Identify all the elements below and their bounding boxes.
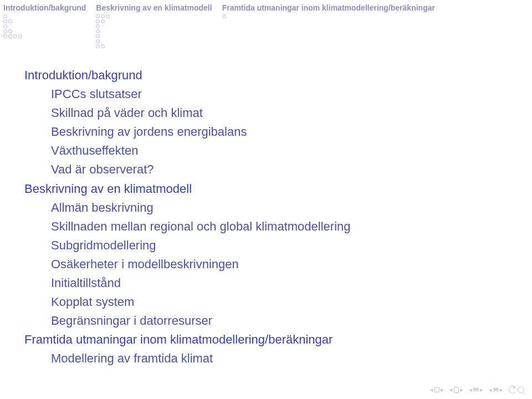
nav-slide-group[interactable]: ◂ ▸	[430, 386, 444, 393]
outline-subsection-link[interactable]: Allmän beskrivning	[24, 198, 515, 217]
progress-dot-row	[96, 14, 212, 18]
beamer-nav-footer: ◂ ▸ ◂ ▸ ◂ ▸ ◂ ▸	[430, 386, 524, 393]
progress-dot[interactable]	[222, 14, 226, 18]
next-slide-icon[interactable]: ▸	[441, 386, 444, 393]
outline-section-link[interactable]: Beskrivning av en klimatmodell	[24, 180, 515, 198]
progress-dot-row	[3, 14, 86, 18]
progress-dot[interactable]	[13, 34, 17, 38]
outline-subsection-link[interactable]: Osäkerheter i modellbeskrivningen	[24, 255, 515, 274]
outline-subsection-link[interactable]: Vad är observerat?	[24, 160, 515, 179]
progress-dot-row	[222, 14, 435, 18]
progress-dot-row	[96, 34, 212, 38]
outline-section-link[interactable]: Framtida utmaningar inom klimatmodelleri…	[24, 330, 515, 349]
progress-dot[interactable]	[96, 44, 100, 48]
progress-dot[interactable]	[101, 14, 105, 18]
progress-dot[interactable]	[3, 29, 7, 33]
prev-frame-icon[interactable]: ◂	[449, 386, 453, 393]
header-section[interactable]: Framtida utmaningar inom klimatmodelleri…	[222, 3, 435, 49]
header-section-title[interactable]: Introduktion/bakgrund	[3, 3, 86, 12]
outline-section-link[interactable]: Introduktion/bakgrund	[24, 66, 515, 85]
progress-dot[interactable]	[96, 19, 100, 23]
progress-dot[interactable]	[96, 34, 100, 38]
next-frame-icon[interactable]: ▸	[460, 386, 463, 393]
header-section[interactable]: Beskrivning av en klimatmodell	[96, 3, 212, 49]
progress-dot[interactable]	[96, 29, 100, 33]
outline-subsection-link[interactable]: Kopplat system	[24, 293, 515, 311]
progress-dot-row	[3, 29, 86, 33]
progress-dot[interactable]	[106, 14, 110, 18]
beamer-header: Introduktion/bakgrundBeskrivning av en k…	[0, 0, 532, 49]
nav-frame-group[interactable]: ◂ ▸	[449, 386, 463, 393]
next-section-icon[interactable]: ▸	[480, 386, 483, 393]
nav-subsection-group[interactable]: ◂ ▸	[489, 386, 503, 393]
progress-dot[interactable]	[96, 39, 100, 43]
progress-dot[interactable]	[3, 24, 7, 28]
progress-dot[interactable]	[8, 19, 12, 23]
outline-subsection-link[interactable]: Modellering av framtida klimat	[24, 349, 515, 368]
search-icon[interactable]	[518, 386, 524, 393]
outline-subsection-link[interactable]: Växthuseffekten	[24, 141, 515, 160]
outline-subsection-link[interactable]: Begränsningar i datorresurser	[24, 311, 515, 330]
section-icon	[473, 388, 479, 392]
progress-dot-row	[96, 39, 212, 43]
progress-dot[interactable]	[3, 34, 7, 38]
header-section-title[interactable]: Framtida utmaningar inom klimatmodelleri…	[222, 3, 435, 12]
progress-dot-row	[3, 24, 86, 28]
next-subsection-icon[interactable]: ▸	[500, 386, 503, 393]
outline-subsection-link[interactable]: Skillnad på väder och klimat	[24, 104, 515, 122]
progress-dot-row	[3, 34, 86, 38]
outline-subsection-link[interactable]: Skillnaden mellan regional och global kl…	[24, 217, 515, 236]
nav-section-group[interactable]: ◂ ▸	[469, 386, 483, 393]
progress-dot-row	[96, 29, 212, 33]
progress-dot[interactable]	[101, 44, 105, 48]
progress-dot[interactable]	[96, 24, 100, 28]
prev-section-icon[interactable]: ◂	[469, 386, 472, 393]
progress-dot[interactable]	[101, 19, 105, 23]
slide-icon	[434, 387, 439, 392]
outline-subsection-link[interactable]: Subgridmodellering	[24, 236, 515, 255]
progress-dot[interactable]	[96, 14, 100, 18]
nav-back-forward[interactable]	[509, 386, 524, 393]
header-section-title[interactable]: Beskrivning av en klimatmodell	[96, 3, 212, 12]
outline-subsection-link[interactable]: IPCCs slutsatser	[24, 85, 515, 104]
outline-subsection-link[interactable]: Beskrivning av jordens energibalans	[24, 122, 515, 141]
progress-dot[interactable]	[3, 19, 7, 23]
progress-dot-row	[96, 24, 212, 28]
prev-slide-icon[interactable]: ◂	[430, 386, 433, 393]
header-section[interactable]: Introduktion/bakgrund	[3, 3, 86, 49]
progress-dot[interactable]	[18, 34, 22, 38]
undo-icon[interactable]	[509, 386, 516, 393]
prev-subsection-icon[interactable]: ◂	[489, 386, 492, 393]
subsection-icon	[493, 388, 499, 392]
progress-dot[interactable]	[8, 34, 12, 38]
outline-body: Introduktion/bakgrundIPCCs slutsatserSki…	[0, 49, 532, 369]
outline-subsection-link[interactable]: Initialtillstånd	[24, 274, 515, 293]
progress-dot[interactable]	[3, 14, 7, 18]
progress-dot-row	[96, 44, 212, 48]
progress-dot-row	[3, 19, 86, 23]
frame-icon	[454, 387, 459, 393]
progress-dot[interactable]	[8, 29, 12, 33]
progress-dot-row	[96, 19, 212, 23]
